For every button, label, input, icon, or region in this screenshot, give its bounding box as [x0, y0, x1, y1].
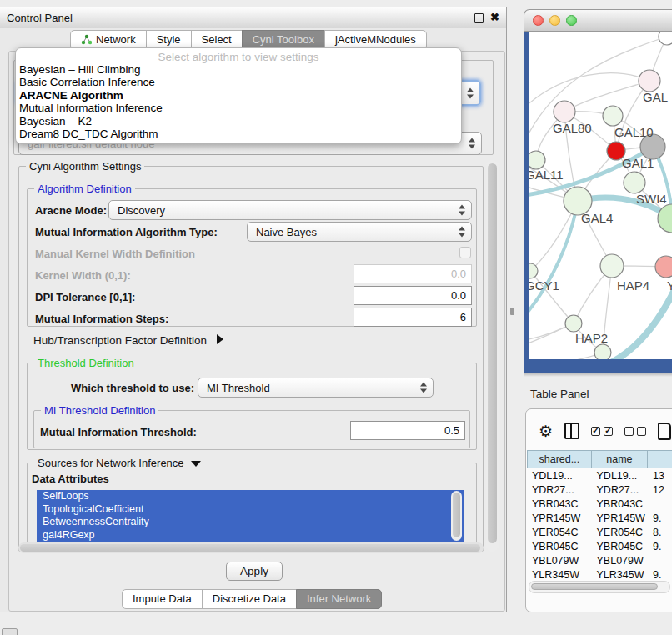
- table-cell: YDL19...: [527, 468, 592, 482]
- mi-type-label: Mutual Information Algorithm Type:: [35, 226, 218, 238]
- algorithm-option-bayesian-k2[interactable]: Bayesian – K2: [16, 115, 461, 128]
- attribute-item-betweennesscentrality[interactable]: BetweennessCentrality: [37, 516, 464, 529]
- data-attributes-list[interactable]: SelfLoopsTopologicalCoefficientBetweenne…: [37, 490, 464, 542]
- sources-legend[interactable]: Sources for Network Inference: [34, 457, 204, 469]
- node-hap4[interactable]: [600, 254, 624, 278]
- network-edge: [606, 288, 672, 359]
- table-row[interactable]: YBR045CYBR045C9.: [527, 539, 672, 553]
- node-outline-top[interactable]: [659, 32, 672, 45]
- attribute-item-topologicalcoefficient[interactable]: TopologicalCoefficient: [37, 503, 464, 517]
- combo-stepper-icon: [469, 138, 476, 149]
- node-salmon-right[interactable]: [655, 256, 672, 278]
- aracne-mode-label: Aracne Mode:: [35, 204, 107, 217]
- columns-icon[interactable]: [564, 422, 579, 439]
- splitter-handle[interactable]: [510, 308, 514, 315]
- algorithm-definition-legend: Algorithm Definition: [34, 182, 135, 195]
- tab-jactivemnodules-label: jActiveMNodules: [335, 33, 416, 46]
- manual-kernel-checkbox[interactable]: [459, 247, 471, 258]
- table-cell: YBR045C: [527, 539, 592, 553]
- table-row[interactable]: YER054CYER054C8.: [527, 525, 672, 539]
- table-row[interactable]: YBR043CYBR043C: [527, 497, 672, 511]
- combo-stepper-icon: [459, 205, 466, 216]
- algorithm-dropdown-items: Bayesian – Hill ClimbingBasic Correlatio…: [16, 63, 461, 140]
- unchecked-boxes-icon[interactable]: [624, 427, 646, 436]
- kernel-width-field[interactable]: 0.0: [354, 264, 472, 283]
- table-cell: YLR345W: [592, 568, 649, 581]
- node-label-gal: GAL: [643, 90, 668, 104]
- checked-boxes-icon[interactable]: ✓✓: [591, 427, 613, 436]
- algorithm-option-bayesian-hill-climbing[interactable]: Bayesian – Hill Climbing: [16, 63, 461, 76]
- dpi-tolerance-field[interactable]: 0.0: [354, 286, 472, 305]
- node-gal80[interactable]: [554, 101, 575, 122]
- zoom-traffic-light-icon[interactable]: [566, 15, 577, 26]
- chevron-down-icon: [191, 461, 201, 467]
- table-cell: YLR345W: [527, 568, 592, 581]
- table-row[interactable]: YLR345WYLR345W9.: [527, 568, 672, 581]
- close-traffic-light-icon[interactable]: [533, 15, 544, 26]
- network-window-frame: [524, 359, 672, 372]
- settings-vscrollbar[interactable]: [486, 160, 499, 552]
- mi-type-combobox[interactable]: Naive Bayes: [247, 222, 472, 242]
- bottom-tab-discretize-data[interactable]: Discretize Data: [202, 589, 297, 609]
- data-attributes-label: Data Attributes: [32, 472, 109, 485]
- hub-definition-toggle[interactable]: Hub/Transcription Factor Definition: [33, 334, 223, 347]
- network-canvas[interactable]: GALGAL80GAL10GAL1GAL11SWI4GAL4GCY1HAP4YH…: [529, 32, 672, 359]
- aracne-mode-combobox[interactable]: Discovery: [108, 200, 472, 220]
- network-graph: GALGAL80GAL10GAL1GAL11SWI4GAL4GCY1HAP4YH…: [529, 32, 672, 359]
- node-hap2[interactable]: [565, 315, 582, 332]
- attribute-item-gal4rgexp[interactable]: gal4RGexp: [37, 529, 464, 542]
- algorithm-option-mutual-information-inference[interactable]: Mutual Information Inference: [16, 102, 461, 114]
- node-gal11[interactable]: [529, 151, 545, 169]
- document-icon[interactable]: [658, 422, 671, 440]
- network-edge: [529, 352, 603, 359]
- gear-icon[interactable]: ⚙: [539, 423, 553, 439]
- which-threshold-combobox[interactable]: MI Threshold: [198, 378, 434, 398]
- column-header-shared[interactable]: shared...: [527, 450, 592, 468]
- restore-icon[interactable]: [474, 13, 484, 22]
- close-icon[interactable]: ✖: [490, 13, 499, 22]
- node-label-swi4: SWI4: [636, 192, 667, 206]
- network-window-shadow: [524, 372, 672, 377]
- attribute-item-selfloops[interactable]: SelfLoops: [37, 490, 464, 503]
- table-cell: YBR043C: [527, 497, 592, 511]
- bottom-tab-infer-network[interactable]: Infer Network: [296, 589, 382, 609]
- aracne-mode-value: Discovery: [118, 204, 165, 217]
- corner-button[interactable]: [2, 628, 18, 635]
- column-header-col2[interactable]: [648, 450, 672, 468]
- algorithm-option-aracne-algorithm[interactable]: ARACNE Algorithm: [16, 89, 461, 102]
- table-row[interactable]: YDL19...YDL19...13: [527, 468, 672, 482]
- combo-stepper-icon: [467, 88, 474, 98]
- bottom-tab-impute-data[interactable]: Impute Data: [122, 589, 203, 609]
- mi-threshold-legend: MI Threshold Definition: [41, 404, 158, 417]
- node-bottom[interactable]: [594, 344, 611, 359]
- node-label-gal80: GAL80: [553, 121, 592, 135]
- bottom-tab-infer-network-label: Infer Network: [307, 592, 371, 605]
- algorithm-option-basic-correlation-inference[interactable]: Basic Correlation Inference: [16, 76, 461, 88]
- network-window-titlebar[interactable]: [524, 9, 672, 32]
- apply-button[interactable]: Apply: [226, 562, 283, 581]
- settings-hscrollbar[interactable]: [18, 542, 484, 553]
- table-row[interactable]: YBL079WYBL079W: [527, 553, 672, 568]
- node-swi4[interactable]: [624, 172, 645, 193]
- column-header-name[interactable]: name: [592, 450, 649, 468]
- mi-threshold-field[interactable]: 0.5: [350, 421, 465, 440]
- node-label-gal10: GAL10: [614, 125, 654, 139]
- table-row[interactable]: YPR145WYPR145W9.: [527, 511, 672, 525]
- control-panel-title: Control Panel: [7, 12, 73, 24]
- combo-stepper-icon: [459, 227, 466, 238]
- sources-legend-text: Sources for Network Inference: [38, 457, 184, 469]
- algorithm-option-dream8-dc-tdc-algorithm[interactable]: Dream8 DC_TDC Algorithm: [16, 128, 461, 140]
- table-hscrollbar[interactable]: [529, 581, 670, 593]
- table-row[interactable]: YDR27...YDR27...12: [527, 482, 672, 497]
- node-pink-top[interactable]: [639, 70, 660, 92]
- network-edge: [529, 73, 649, 107]
- list-scrollbar[interactable]: [451, 491, 462, 541]
- node-gcy1[interactable]: [529, 263, 538, 278]
- table-cell: YDR27...: [592, 482, 649, 497]
- node-gal10[interactable]: [603, 106, 623, 126]
- mi-steps-field[interactable]: 6: [354, 308, 472, 327]
- table-panel-title: Table Panel: [530, 388, 589, 400]
- hub-definition-label: Hub/Transcription Factor Definition: [33, 334, 207, 347]
- table-cell: YER054C: [527, 525, 592, 539]
- minimize-traffic-light-icon[interactable]: [549, 15, 560, 26]
